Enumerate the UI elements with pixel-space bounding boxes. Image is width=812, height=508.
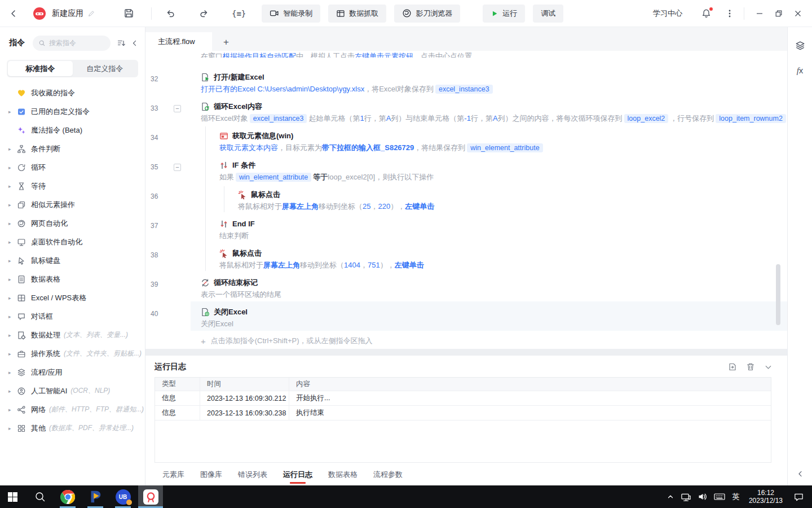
sort-icon[interactable] [117, 38, 126, 47]
taskbar-clock[interactable]: 16:12 2023/12/13 [743, 489, 788, 505]
rename-pencil-icon[interactable] [87, 10, 95, 17]
add-instruction-hint[interactable]: + 点击添加指令(Ctrl+Shift+P)，或从左侧指令区拖入 [201, 336, 787, 346]
expand-arrow-icon[interactable]: ▸ [8, 351, 17, 357]
expand-arrow-icon[interactable]: ▸ [8, 239, 17, 245]
chrome-app-icon[interactable] [55, 485, 80, 508]
expand-arrow-icon[interactable]: ▸ [8, 109, 17, 115]
flow-step-35[interactable]: 35−IF 条件如果 win_element_attribute 等于loop_… [145, 155, 787, 184]
sidebar-item-other[interactable]: ▸其他(数据库、PDF、异常处理...) [0, 419, 145, 437]
sidebar-item-mouse-keyboard[interactable]: ▸鼠标键盘 [0, 251, 145, 270]
sidebar-item-loop[interactable]: ▸循环 [0, 158, 145, 177]
collapse-panel-icon[interactable] [764, 363, 773, 371]
log-row[interactable]: 信息2023-12-13 16:09:30.212开始执行... [155, 391, 771, 406]
yingdao-app-icon[interactable] [138, 485, 163, 508]
expand-arrow-icon[interactable]: ▸ [8, 277, 17, 282]
panel-tab[interactable]: 数据表格 [328, 464, 358, 485]
sidebar-tab-standard[interactable]: 标准指令 [8, 61, 73, 76]
tab-main-flow[interactable]: 主流程.flow [145, 32, 212, 51]
search-field[interactable] [49, 39, 91, 47]
add-tab-button[interactable]: + [223, 37, 229, 47]
flow-step-36[interactable]: 36鼠标点击将鼠标相对于屏幕左上角移动到坐标（25，220）， 左键单击 [145, 184, 787, 213]
expand-arrow-icon[interactable]: ▸ [8, 332, 17, 338]
sidebar-item-condition[interactable]: ▸条件判断 [0, 139, 145, 158]
data-capture-button[interactable]: 数据抓取 [328, 5, 386, 23]
expand-arrow-icon[interactable]: ▸ [8, 295, 17, 301]
expand-arrow-icon[interactable]: ▸ [8, 221, 17, 226]
expand-arrow-icon[interactable]: ▸ [8, 407, 17, 413]
panel-tab[interactable]: 元素库 [162, 464, 184, 485]
search-input[interactable] [33, 36, 111, 51]
variables-fx-icon[interactable]: fx [797, 65, 804, 76]
run-button[interactable]: 运行 [483, 5, 525, 23]
flow-step-32[interactable]: 32打开/新建Excel打开已有的Excel C:\Users\admin\De… [145, 67, 787, 96]
export-log-icon[interactable] [728, 362, 737, 371]
flow-step-33[interactable]: 33−循环Excel内容循环Excel对象 excel_instance3 起始… [145, 96, 787, 125]
sidebar-item-network[interactable]: ▸网络(邮件、HTTP、FTP、群通知...) [0, 400, 145, 419]
sidebar-item-excel[interactable]: ▸Excel / WPS表格 [0, 288, 145, 307]
expand-arrow-icon[interactable]: ▸ [8, 165, 17, 170]
action-center-icon[interactable] [788, 485, 809, 508]
variables-button[interactable]: {≡} [232, 9, 246, 18]
expand-arrow-icon[interactable]: ▸ [8, 426, 17, 431]
flow-step-40[interactable]: 40关闭Excel关闭Excel [145, 301, 787, 331]
sidebar-item-dialog[interactable]: ▸对话框 [0, 307, 145, 326]
more-menu-icon[interactable] [726, 8, 734, 19]
sidebar-item-wait[interactable]: ▸等待 [0, 177, 145, 195]
volume-icon[interactable] [695, 485, 710, 508]
sidebar-item-data-process[interactable]: ▸数据处理(文本、列表、变量...) [0, 326, 145, 344]
minimize-button[interactable] [750, 5, 769, 23]
close-button[interactable] [788, 5, 807, 23]
panel-tab[interactable]: 流程参数 [373, 464, 403, 485]
sidebar-item-flow-app[interactable]: ▸流程/应用 [0, 363, 145, 382]
start-button[interactable] [0, 485, 25, 508]
collapse-sidebar-icon[interactable] [131, 40, 138, 47]
expand-arrow-icon[interactable]: ▸ [8, 370, 17, 375]
flow-step-37[interactable]: 37End IF结束判断 [145, 213, 787, 243]
keyboard-icon[interactable] [710, 485, 729, 508]
undo-button[interactable] [165, 8, 175, 19]
sidebar-item-data-table[interactable]: ▸数据表格 [0, 270, 145, 288]
taskbar-search-button[interactable] [28, 485, 52, 508]
flow-step-39[interactable]: 39循环结束标记表示一个循环区域的结尾 [145, 272, 787, 301]
expand-arrow-icon[interactable]: ▸ [8, 183, 17, 189]
redo-button[interactable] [199, 8, 209, 19]
ime-indicator[interactable]: 英 [729, 485, 743, 508]
collapse-toggle[interactable]: − [174, 164, 181, 171]
learn-center-link[interactable]: 学习中心 [653, 8, 682, 19]
debug-button[interactable]: 调试 [533, 5, 563, 23]
clear-log-icon[interactable] [746, 362, 755, 371]
sidebar-item-desktop-automation[interactable]: ▸桌面软件自动化 [0, 233, 145, 251]
blue-arrow-app-icon[interactable] [83, 485, 108, 508]
panel-tab[interactable]: 图像库 [200, 464, 222, 485]
tray-chevron-up-icon[interactable] [663, 485, 678, 508]
notification-bell-icon[interactable] [701, 8, 711, 19]
sidebar-item-web-automation[interactable]: ▸网页自动化 [0, 214, 145, 233]
sidebar-tab-custom[interactable]: 自定义指令 [73, 61, 138, 76]
network-icon[interactable] [678, 485, 695, 508]
sidebar-item-os[interactable]: ▸操作系统(文件、文件夹、剪贴板...) [0, 344, 145, 363]
expand-arrow-icon[interactable]: ▸ [8, 314, 17, 319]
back-icon[interactable] [9, 9, 18, 18]
expand-arrow-icon[interactable]: ▸ [8, 388, 17, 394]
sidebar-item-magic[interactable]: 魔法指令 (Beta) [0, 121, 145, 139]
yingdao-browser-button[interactable]: 影刀浏览器 [394, 5, 460, 23]
save-button[interactable] [123, 8, 134, 19]
flow-step-34[interactable]: 34获取元素信息(win)获取元素文本内容，目标元素为带下拉框的输入框_S826… [145, 125, 787, 155]
log-row[interactable]: 信息2023-12-13 16:09:30.238执行结束 [155, 406, 771, 421]
flow-layers-icon[interactable] [795, 41, 805, 51]
panel-tab[interactable]: 运行日志 [283, 464, 312, 485]
expand-arrow-icon[interactable]: ▸ [8, 146, 17, 152]
sidebar-item-favorite-heart[interactable]: 我收藏的指令 [0, 84, 145, 102]
flow-step-38[interactable]: 38鼠标点击将鼠标相对于屏幕左上角移动到坐标（1404，751）， 左键单击 [145, 243, 787, 272]
ub-app-icon[interactable]: UB [111, 485, 135, 508]
sidebar-item-similar-element[interactable]: ▸相似元素操作 [0, 195, 145, 214]
smart-record-button[interactable]: 智能录制 [262, 5, 320, 23]
restore-button[interactable] [769, 5, 788, 23]
expand-arrow-icon[interactable]: ▸ [8, 202, 17, 208]
editor-scrollbar[interactable] [776, 264, 780, 325]
panel-tab[interactable]: 错误列表 [238, 464, 267, 485]
sidebar-item-ai[interactable]: ▸人工智能AI(OCR、NLP) [0, 382, 145, 400]
expand-arrow-icon[interactable]: ▸ [8, 258, 17, 264]
expand-panel-chevron-icon[interactable] [796, 470, 804, 478]
sidebar-item-custom-used[interactable]: ▸已用的自定义指令 [0, 102, 145, 121]
